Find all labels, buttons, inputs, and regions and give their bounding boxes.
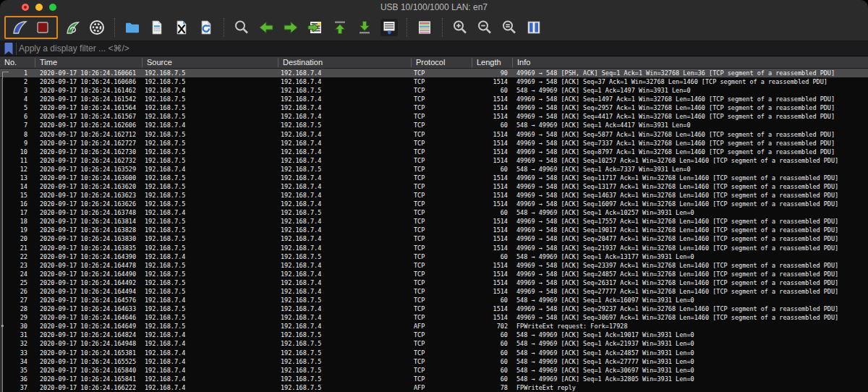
go-to-packet-button[interactable] (307, 19, 324, 36)
cell-protocol: TCP (411, 366, 472, 375)
cell-length: 1514 (472, 200, 512, 208)
packet-row[interactable]: 22020-09-17 10:26:24.160686192.168.7.519… (0, 77, 868, 86)
cell-source: 192.168.7.5 (142, 234, 278, 243)
column-header-info[interactable]: Info (512, 58, 868, 67)
packet-row[interactable]: 282020-09-17 10:26:24.164633192.168.7.51… (0, 304, 868, 313)
cell-info: 49969 → 548 [ACK] Seq=13177 Ack=1 Win=32… (512, 182, 868, 191)
packet-row[interactable]: 82020-09-17 10:26:24.162712192.168.7.519… (0, 130, 868, 139)
toolbar-separator (224, 18, 224, 37)
cell-source: 192.168.7.4 (142, 121, 278, 129)
packet-row[interactable]: 272020-09-17 10:26:24.164576192.168.7.41… (0, 296, 868, 304)
packet-row[interactable]: 292020-09-17 10:26:24.164646192.168.7.51… (0, 313, 868, 322)
packet-row[interactable]: 52020-09-17 10:26:24.161564192.168.7.519… (0, 103, 868, 112)
packet-row[interactable]: 142020-09-17 10:26:24.163620192.168.7.51… (0, 182, 868, 191)
stop-capture-button[interactable] (34, 19, 51, 36)
packet-row[interactable]: 212020-09-17 10:26:24.163835192.168.7.51… (0, 244, 868, 252)
arrow-down-bar-icon (356, 19, 373, 36)
cell-protocol: TCP (411, 156, 472, 165)
cell-length: 60 (472, 375, 512, 383)
cell-info: 49969 → 548 [ACK] Seq=30697 Ack=1 Win=32… (512, 313, 868, 322)
packet-row[interactable]: 222020-09-17 10:26:24.164390192.168.7.41… (0, 252, 868, 261)
cell-destination: 192.168.7.4 (278, 217, 411, 226)
column-header-source[interactable]: Source (142, 58, 278, 67)
packet-row[interactable]: 112020-09-17 10:26:24.162732192.168.7.51… (0, 156, 868, 165)
cell-source: 192.168.7.5 (142, 313, 278, 322)
packet-row[interactable]: 312020-09-17 10:26:24.164824192.168.7.41… (0, 331, 868, 339)
cell-protocol: TCP (411, 375, 472, 383)
find-packet-button[interactable] (233, 19, 250, 36)
packet-row[interactable]: 172020-09-17 10:26:24.163748192.168.7.41… (0, 208, 868, 217)
column-header-length[interactable]: Length (472, 58, 512, 67)
zoom-out-button[interactable] (476, 19, 493, 36)
cell-time: 2020-09-17 10:26:24.163828 (35, 226, 142, 234)
packet-row[interactable]: 342020-09-17 10:26:24.165525192.168.7.41… (0, 357, 868, 366)
packet-row[interactable]: 232020-09-17 10:26:24.164478192.168.7.51… (0, 261, 868, 270)
go-back-button[interactable] (258, 19, 275, 36)
display-filter-input[interactable] (17, 43, 865, 55)
save-file-button[interactable] (148, 19, 166, 36)
cell-info: 49969 → 548 [ACK] Seq=8797 Ack=1 Win=327… (512, 148, 868, 156)
open-file-button[interactable] (124, 19, 141, 36)
packet-row[interactable]: 102020-09-17 10:26:24.162730192.168.7.51… (0, 148, 868, 156)
packet-row[interactable]: 302020-09-17 10:26:24.164649192.168.7.51… (0, 322, 868, 331)
packet-row[interactable]: 192020-09-17 10:26:24.163828192.168.7.51… (0, 226, 868, 234)
start-capture-button[interactable] (11, 19, 28, 36)
packet-row[interactable]: 92020-09-17 10:26:24.162727192.168.7.519… (0, 139, 868, 148)
cell-source: 192.168.7.5 (142, 130, 278, 139)
cell-no: 2 (0, 77, 35, 86)
go-to-packet-icon (307, 19, 324, 36)
go-first-packet-button[interactable] (331, 19, 349, 36)
cell-time: 2020-09-17 10:26:24.164390 (35, 252, 142, 261)
cell-destination: 192.168.7.4 (278, 200, 411, 208)
packet-row[interactable]: 72020-09-17 10:26:24.162606192.168.7.419… (0, 121, 868, 129)
packet-row[interactable]: 262020-09-17 10:26:24.164494192.168.7.51… (0, 287, 868, 296)
packet-row[interactable]: 122020-09-17 10:26:24.163529192.168.7.41… (0, 165, 868, 174)
bookmark-icon[interactable] (3, 43, 14, 55)
coloring-rules-button[interactable] (416, 19, 433, 36)
packet-row[interactable]: 252020-09-17 10:26:24.164492192.168.7.51… (0, 278, 868, 287)
cell-protocol: TCP (411, 234, 472, 243)
cell-length: 1514 (472, 174, 512, 182)
capture-highlight-box (4, 16, 58, 39)
packet-row[interactable]: 332020-09-17 10:26:24.165381192.168.7.41… (0, 349, 868, 357)
packet-row[interactable]: 62020-09-17 10:26:24.161567192.168.7.519… (0, 112, 868, 121)
cell-time: 2020-09-17 10:26:24.162606 (35, 121, 142, 129)
packet-row[interactable]: 242020-09-17 10:26:24.164490192.168.7.51… (0, 270, 868, 278)
packet-row[interactable]: 152020-09-17 10:26:24.163623192.168.7.51… (0, 191, 868, 200)
zoom-reset-button[interactable] (501, 19, 518, 36)
zoom-in-button[interactable] (451, 19, 469, 36)
cell-time: 2020-09-17 10:26:24.163814 (35, 217, 142, 226)
packet-row[interactable]: 362020-09-17 10:26:24.165841192.168.7.41… (0, 375, 868, 383)
reload-file-button[interactable] (197, 19, 215, 36)
arrow-right-icon (282, 19, 299, 36)
packet-row[interactable]: 162020-09-17 10:26:24.163626192.168.7.51… (0, 200, 868, 208)
go-last-packet-button[interactable] (356, 19, 373, 36)
cell-no: 34 (0, 357, 35, 366)
column-header-protocol[interactable]: Protocol (411, 58, 472, 67)
column-header-no[interactable]: No. (0, 58, 35, 67)
cell-length: 702 (472, 322, 512, 331)
packet-row[interactable]: 352020-09-17 10:26:24.165840192.168.7.41… (0, 366, 868, 375)
cell-source: 192.168.7.5 (142, 287, 278, 296)
close-file-button[interactable] (173, 19, 190, 36)
window-title: USB 10/100/1000 LAN: en7 (0, 2, 868, 12)
cell-source: 192.168.7.5 (142, 278, 278, 287)
packet-rows: 12020-09-17 10:26:24.160661192.168.7.519… (0, 69, 868, 392)
capture-options-button[interactable] (88, 19, 106, 36)
restart-capture-button[interactable] (64, 19, 81, 36)
packet-row[interactable]: 132020-09-17 10:26:24.163600192.168.7.51… (0, 174, 868, 182)
packet-row[interactable]: 32020-09-17 10:26:24.161462192.168.7.419… (0, 86, 868, 95)
packet-row[interactable]: 322020-09-17 10:26:24.164948192.168.7.41… (0, 339, 868, 348)
packet-row[interactable]: 182020-09-17 10:26:24.163814192.168.7.51… (0, 217, 868, 226)
packet-row[interactable]: 12020-09-17 10:26:24.160661192.168.7.519… (0, 69, 868, 77)
auto-scroll-button[interactable] (380, 19, 398, 36)
go-forward-button[interactable] (282, 19, 299, 36)
column-header-destination[interactable]: Destination (278, 58, 411, 67)
cell-time: 2020-09-17 10:26:24.164492 (35, 278, 142, 287)
packet-row[interactable]: 202020-09-17 10:26:24.163830192.168.7.51… (0, 234, 868, 243)
column-header-time[interactable]: Time (35, 58, 142, 67)
resize-columns-button[interactable] (525, 19, 542, 36)
packet-row[interactable]: 42020-09-17 10:26:24.161542192.168.7.519… (0, 95, 868, 103)
packet-row[interactable]: 372020-09-17 10:26:24.166222192.168.7.41… (0, 383, 868, 392)
cell-protocol: TCP (411, 191, 472, 200)
